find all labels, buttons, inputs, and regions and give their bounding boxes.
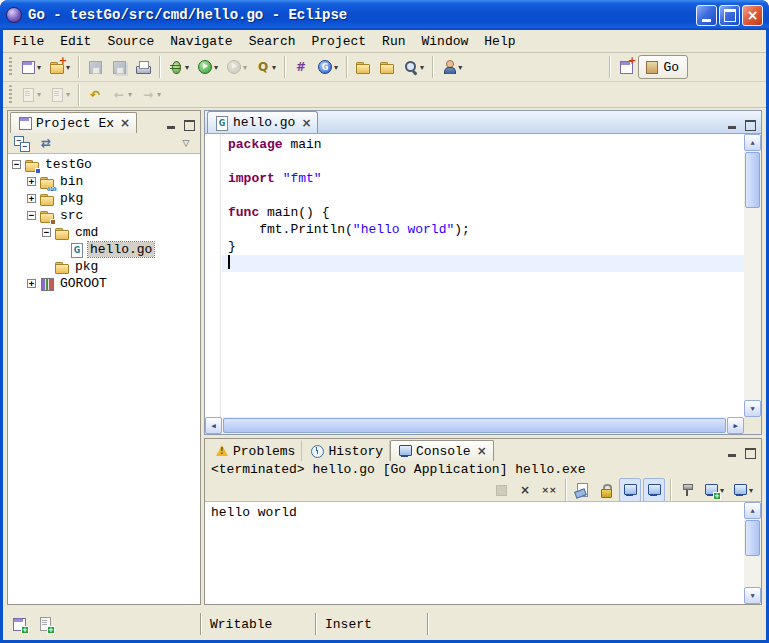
- tree-item-src[interactable]: −src: [8, 207, 200, 224]
- print-button[interactable]: [132, 55, 154, 79]
- minimize-console-icon[interactable]: [724, 445, 740, 461]
- menu-navigate[interactable]: Navigate: [162, 32, 240, 51]
- dropdown-arrow-icon: ▾: [157, 90, 161, 99]
- new-wizard-button[interactable]: ▾: [17, 55, 44, 79]
- scroll-down-icon[interactable]: ▼: [744, 400, 761, 417]
- arrow-right-icon: [140, 87, 156, 103]
- brown-badge-icon: [50, 219, 56, 225]
- plus-expander-icon[interactable]: +: [27, 194, 36, 203]
- new-go-program-button[interactable]: [290, 55, 312, 79]
- vertical-scrollbar-thumb[interactable]: [745, 152, 760, 208]
- menu-source[interactable]: Source: [99, 32, 162, 51]
- green-badge-icon: +: [47, 626, 55, 634]
- plus-badge-icon: +: [628, 56, 636, 66]
- horizontal-scrollbar-thumb[interactable]: [223, 418, 726, 433]
- printer-icon: [135, 59, 151, 75]
- menu-project[interactable]: Project: [303, 32, 374, 51]
- run-button[interactable]: ▾: [194, 55, 221, 79]
- external-tools-button[interactable]: ▾: [252, 55, 279, 79]
- close-view-icon[interactable]: ×: [477, 445, 487, 457]
- tree-label: cmd: [73, 225, 100, 240]
- code-area[interactable]: package mainimport "fmt"func main() { fm…: [222, 134, 744, 417]
- tab-history[interactable]: History: [302, 440, 390, 461]
- maximize-button[interactable]: [719, 5, 740, 26]
- close-view-icon[interactable]: ×: [120, 117, 130, 129]
- tree-item-testgo[interactable]: −testGo: [8, 156, 200, 173]
- dropdown-arrow-icon: ▾: [243, 63, 247, 72]
- collapse-all-button[interactable]: [11, 131, 33, 155]
- minimize-button[interactable]: [696, 5, 717, 26]
- tab-project-explorer[interactable]: Project Ex ×: [10, 112, 137, 133]
- display-console-button[interactable]: ▾: [729, 478, 756, 502]
- menu-window[interactable]: Window: [414, 32, 477, 51]
- menu-help[interactable]: Help: [476, 32, 523, 51]
- menu-search[interactable]: Search: [241, 32, 304, 51]
- editor-horizontal-scrollbar[interactable]: ◀ ▶: [205, 417, 744, 434]
- clear-console-button[interactable]: [571, 478, 593, 502]
- open-resource-button[interactable]: [352, 55, 374, 79]
- scroll-up-icon[interactable]: ▲: [744, 502, 761, 519]
- maximize-editor-icon[interactable]: [742, 117, 758, 133]
- toolbar-separator: [565, 479, 566, 501]
- fast-view-button[interactable]: +: [8, 612, 30, 636]
- debug-button[interactable]: ▾: [165, 55, 192, 79]
- menu-file[interactable]: File: [5, 32, 52, 51]
- scroll-right-icon[interactable]: ▶: [727, 417, 744, 434]
- toolbar-separator: [609, 56, 610, 78]
- window-client-area: FileEditSourceNavigateSearchProjectRunWi…: [3, 30, 766, 640]
- new-go-element-button[interactable]: +▾: [46, 55, 73, 79]
- maximize-console-icon[interactable]: [742, 445, 758, 461]
- toolbar-separator: [346, 56, 347, 78]
- tree-item-goroot[interactable]: +GOROOT: [8, 275, 200, 292]
- console-vertical-scrollbar[interactable]: ▲ ▼: [744, 502, 761, 604]
- minus-expander-icon[interactable]: −: [42, 228, 51, 237]
- toolbar-separator: [78, 84, 79, 106]
- editor-vertical-scrollbar[interactable]: ▲ ▼: [744, 134, 761, 417]
- vertical-scrollbar-thumb[interactable]: [745, 520, 760, 556]
- scroll-down-icon[interactable]: ▼: [744, 587, 761, 604]
- go-perspective-button[interactable]: Go: [638, 55, 688, 79]
- minus-expander-icon[interactable]: −: [12, 160, 21, 169]
- titlebar[interactable]: Go - testGo/src/cmd/hello.go - Eclipse ×: [0, 0, 769, 30]
- scroll-left-icon[interactable]: ◀: [205, 417, 222, 434]
- pin-console-button[interactable]: [676, 478, 698, 502]
- team-button[interactable]: ▾: [438, 55, 465, 79]
- remove-launch-button[interactable]: [514, 478, 536, 502]
- green-badge-icon: +: [713, 492, 721, 500]
- menu-edit[interactable]: Edit: [52, 32, 99, 51]
- open-perspective-button[interactable]: +: [615, 55, 637, 79]
- search-button[interactable]: ▾: [400, 55, 427, 79]
- tab-problems[interactable]: Problems: [207, 440, 302, 461]
- remove-all-launches-button[interactable]: [538, 478, 560, 502]
- dropdown-arrow-icon: ▾: [128, 90, 132, 99]
- minus-expander-icon[interactable]: −: [27, 211, 36, 220]
- scroll-lock-button[interactable]: [595, 478, 617, 502]
- link-with-editor-button[interactable]: [35, 131, 57, 155]
- minimize-editor-icon[interactable]: [724, 117, 740, 133]
- close-editor-tab-icon[interactable]: ×: [301, 117, 311, 129]
- show-stdout-button[interactable]: [619, 478, 641, 502]
- tree-item-pkg[interactable]: pkg: [8, 258, 200, 275]
- go-web-button[interactable]: ▾: [314, 55, 341, 79]
- last-edit-location-button[interactable]: [84, 83, 106, 107]
- plus-expander-icon[interactable]: +: [27, 177, 36, 186]
- tree-item-hello-go[interactable]: hello.go: [8, 241, 200, 258]
- go-status-button[interactable]: +: [34, 612, 56, 636]
- plus-expander-icon[interactable]: +: [27, 279, 36, 288]
- close-button[interactable]: ×: [742, 5, 763, 26]
- view-menu-button[interactable]: [175, 131, 197, 155]
- open-console-button[interactable]: +▾: [700, 478, 727, 502]
- tab-console[interactable]: Console×: [390, 440, 494, 461]
- console-status-line: <terminated> hello.go [Go Application] h…: [205, 461, 761, 479]
- scroll-up-icon[interactable]: ▲: [744, 134, 761, 151]
- menu-arrow-icon: [178, 135, 194, 151]
- editor-tab-hello-go[interactable]: hello.go ×: [207, 111, 318, 133]
- open-project-button[interactable]: [376, 55, 398, 79]
- tree-item-pkg[interactable]: +pkg: [8, 190, 200, 207]
- tree-item-bin[interactable]: +010bin: [8, 173, 200, 190]
- tree-label: src: [58, 208, 85, 223]
- console-output[interactable]: hello world: [205, 502, 744, 604]
- menu-run[interactable]: Run: [374, 32, 413, 51]
- show-stderr-button[interactable]: [643, 478, 665, 502]
- tree-item-cmd[interactable]: −cmd: [8, 224, 200, 241]
